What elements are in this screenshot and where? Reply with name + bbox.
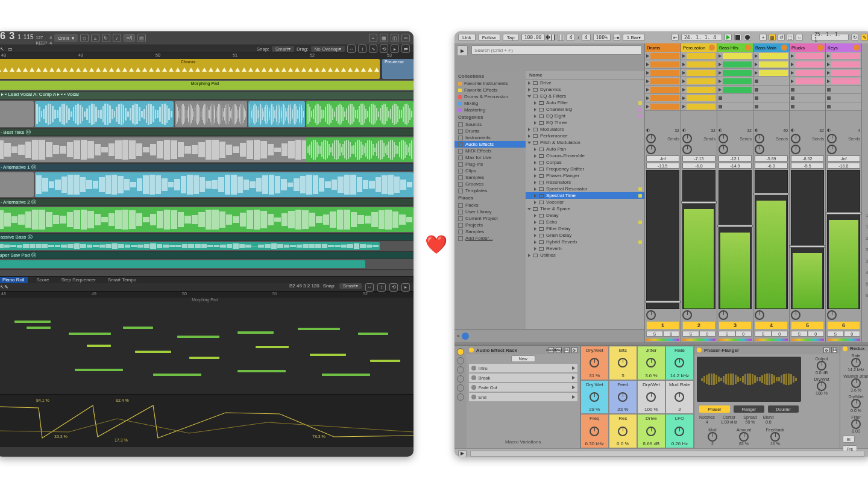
midi-note[interactable] xyxy=(322,374,370,376)
tap-button[interactable]: Tap xyxy=(503,34,519,41)
chain-play-icon[interactable] xyxy=(572,376,575,380)
chain-item[interactable]: Intro xyxy=(469,364,577,372)
editor-tab[interactable]: Piano Roll xyxy=(0,277,28,283)
track-io-icon[interactable] xyxy=(745,45,751,51)
capture-icon[interactable]: ⬚ xyxy=(787,34,794,41)
clip-slot[interactable] xyxy=(753,86,789,94)
track-header[interactable]: Drums xyxy=(645,43,681,52)
send-knob[interactable] xyxy=(827,134,837,143)
key-selector[interactable]: Cmin▾ xyxy=(54,34,78,42)
phaser-mode-tab[interactable]: Flanger xyxy=(734,405,764,413)
clip-slot[interactable] xyxy=(717,77,753,86)
tree-item[interactable]: Performance xyxy=(526,133,644,139)
tree-item[interactable]: Grain Delay xyxy=(526,232,644,239)
category-item[interactable]: Clips xyxy=(454,167,526,174)
countoff-icon[interactable]: ▵ xyxy=(91,34,99,42)
tree-item[interactable]: EQ Three xyxy=(526,119,644,126)
automation-arm-icon[interactable]: ▦ xyxy=(769,34,776,41)
phaser-knob[interactable]: Amount83 % xyxy=(729,428,758,446)
track-header[interactable]: Percussion xyxy=(681,43,717,52)
midi-note[interactable] xyxy=(135,351,171,353)
automation-lanes[interactable]: 84.1 % 82.4 % 33.3 % 17.3 % 78.3 % xyxy=(0,394,414,447)
chain-view-icon[interactable] xyxy=(457,366,464,374)
category-item[interactable]: Templates xyxy=(454,187,526,194)
track-io-icon[interactable] xyxy=(709,45,715,51)
clip-slot[interactable] xyxy=(790,102,825,111)
session-record-icon[interactable]: ○ xyxy=(796,34,803,41)
send-knob[interactable] xyxy=(827,145,837,154)
clip-slot[interactable] xyxy=(717,69,753,77)
macro-knob[interactable]: LFO0.26 Hz xyxy=(665,414,694,448)
marquee-tool-icon[interactable]: ▭ xyxy=(8,46,13,52)
chain-play-icon[interactable] xyxy=(572,386,575,389)
phaser-out-knob[interactable]: Dry/Wet100 % xyxy=(807,377,836,395)
midi-note[interactable] xyxy=(298,328,340,330)
zoom-v-icon[interactable]: ↕ xyxy=(377,283,386,292)
clip-slot[interactable] xyxy=(790,77,825,86)
catch-icon[interactable]: ▸ xyxy=(391,45,399,53)
volume-meter[interactable] xyxy=(682,170,715,309)
volume-meter[interactable] xyxy=(719,170,752,309)
clip-slot[interactable] xyxy=(826,69,861,77)
arrange-ruler[interactable]: 484950515253 xyxy=(0,53,414,59)
draw-mode-icon[interactable]: ✎ xyxy=(861,34,868,41)
macro-knob[interactable]: Jitter3.6 % xyxy=(637,346,665,380)
clip-slot[interactable] xyxy=(826,102,861,111)
clip-slot[interactable] xyxy=(826,77,861,86)
clip-slot[interactable] xyxy=(681,86,717,94)
place-item[interactable]: Add Folder... xyxy=(454,235,526,242)
status-play-icon[interactable]: ▶ xyxy=(458,450,467,457)
back-to-start-icon[interactable]: ⇤ xyxy=(671,34,679,41)
take2-track[interactable] xyxy=(0,171,414,199)
list-view-icon[interactable]: ≡ xyxy=(369,34,377,42)
clip-slot[interactable] xyxy=(717,60,753,69)
clip-slot[interactable] xyxy=(753,102,789,111)
arrange-area[interactable]: Chorus Pre-verse Morphing Pad ♫ ▸ ▪ Lead… xyxy=(0,59,414,276)
clip-slot[interactable] xyxy=(753,52,789,60)
track-header[interactable]: Plucks xyxy=(790,43,825,52)
tree-item[interactable]: Reverb xyxy=(526,245,644,252)
category-item[interactable]: Drums xyxy=(454,128,526,134)
browser-play-icon[interactable]: ▶ xyxy=(457,45,468,56)
volume-meter[interactable] xyxy=(755,170,788,309)
redux-on-icon[interactable] xyxy=(843,346,848,351)
midi-note[interactable] xyxy=(370,360,400,362)
tree-item[interactable]: Frequency Shifter xyxy=(526,166,644,172)
chain-item[interactable]: Break xyxy=(469,374,577,382)
arm-button[interactable]: 0 xyxy=(772,331,788,337)
position-field[interactable]: 24. 1. 1. 4 xyxy=(681,34,722,41)
clip-slot[interactable] xyxy=(790,94,825,102)
hotswap-icon[interactable]: ⟳ xyxy=(571,347,577,353)
pan-knob[interactable] xyxy=(755,310,764,320)
solo-button[interactable]: S xyxy=(755,331,772,337)
clip-slot[interactable] xyxy=(717,102,753,111)
send-knob[interactable] xyxy=(791,134,800,143)
macro-knob[interactable]: Rate14.2 kHz xyxy=(665,346,694,380)
clip-slot[interactable] xyxy=(753,60,789,69)
clip-slot[interactable] xyxy=(645,94,681,102)
follow-button[interactable]: Follow xyxy=(478,34,500,41)
arm-button[interactable]: 0 xyxy=(735,331,752,337)
tree-item[interactable]: Hybrid Reverb xyxy=(526,239,644,245)
clip-slot[interactable] xyxy=(826,94,861,102)
macro-knob[interactable]: Feed23 % xyxy=(609,380,637,414)
midi-note[interactable] xyxy=(256,346,289,348)
clip-slot[interactable] xyxy=(681,69,717,77)
pan-knob[interactable] xyxy=(682,310,692,320)
clip-slot[interactable] xyxy=(681,60,717,69)
clip-slot[interactable] xyxy=(681,52,717,60)
rand-icon[interactable] xyxy=(457,384,464,392)
phaser-param[interactable]: Center1.00 kHz xyxy=(721,415,738,424)
collection-item[interactable]: Favorite Instruments xyxy=(454,80,526,87)
volume-meter[interactable] xyxy=(791,170,824,309)
solo-button[interactable]: S xyxy=(827,331,844,337)
macro-knob[interactable]: Res0.0 % xyxy=(609,414,637,448)
save-preset-icon[interactable]: 💾 xyxy=(564,347,570,353)
link-icon[interactable]: ⟲ xyxy=(380,45,388,53)
category-item[interactable]: Plug-Ins xyxy=(454,161,526,167)
clip-slot[interactable] xyxy=(717,86,753,94)
tree-item[interactable]: Drive xyxy=(526,80,644,86)
macro-knob[interactable]: Dry Wet28 % xyxy=(580,380,609,414)
category-item[interactable]: Audio Effects xyxy=(454,141,526,148)
place-item[interactable]: User Library xyxy=(454,208,526,215)
